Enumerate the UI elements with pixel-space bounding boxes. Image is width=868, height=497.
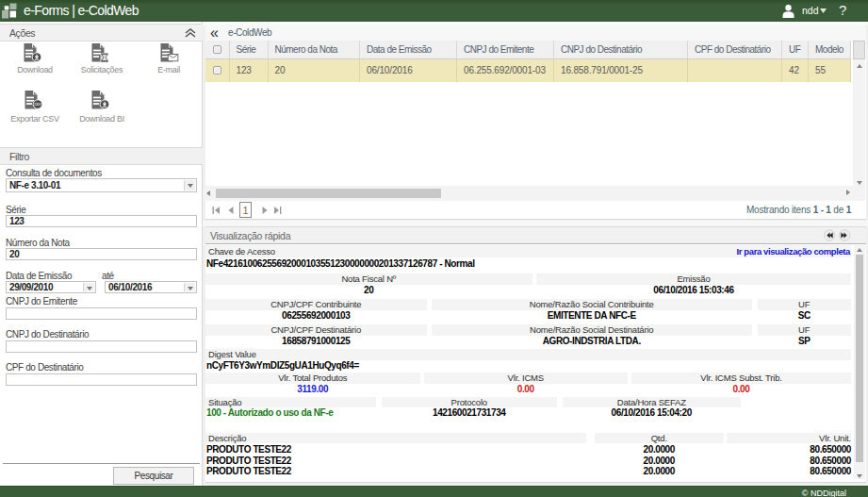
svg-text:csv: csv — [35, 102, 42, 107]
